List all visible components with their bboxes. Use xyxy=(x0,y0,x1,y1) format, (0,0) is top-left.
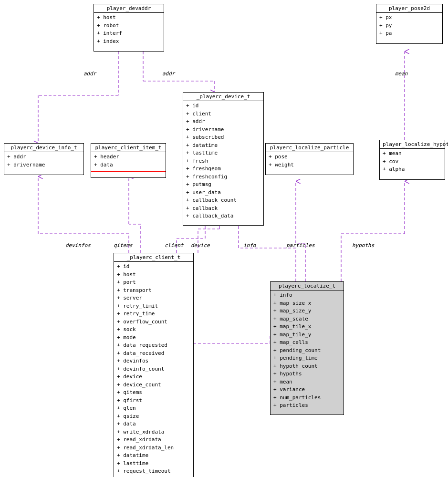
fields-playerc-device-info-t: + addr + drivername xyxy=(4,152,83,170)
fields-player-localize-hypoth: + mean + cov + alpha xyxy=(380,149,445,175)
label-info: info xyxy=(243,242,256,249)
label-client: client xyxy=(165,242,184,249)
label-qitems: qitems xyxy=(114,242,133,249)
title-playerc-device-info-t: playerc_device_info_t xyxy=(4,144,83,152)
label-addr-right: addr xyxy=(162,71,175,77)
fields-player-devaddr: + host + robot + interf + index xyxy=(94,13,164,46)
title-playerc-client-item-t: playerc_client_item_t xyxy=(91,144,166,152)
label-mean: mean xyxy=(395,71,408,77)
label-particles: particles xyxy=(286,242,315,249)
fields-playerc-device-t: + id + client + addr + drivername + subs… xyxy=(183,101,263,221)
fields-playerc-client-item-t: + header + data xyxy=(91,152,166,170)
title-player-devaddr: player_devaddr xyxy=(94,4,164,13)
label-addr-left: addr xyxy=(83,71,96,77)
fields-playerc-client-t: + id + host + port + transport + server … xyxy=(114,262,193,477)
fields-playerc-localize-t: + info + map_size_x + map_size_y + map_s… xyxy=(271,290,344,411)
title-player-localize-hypoth: player_localize_hypoth xyxy=(380,140,445,149)
box-playerc-device-info-t: playerc_device_info_t + addr + drivernam… xyxy=(4,143,84,175)
label-devinfos: devinfos xyxy=(65,242,91,249)
title-playerc-localize-t: playerc_localize_t xyxy=(271,282,344,290)
box-player-pose2d: player_pose2d + px + py + pa xyxy=(376,4,443,44)
box-playerc-client-item-t: playerc_client_item_t + header + data xyxy=(91,143,166,178)
box-playerc-client-t: _playerc_client_t + id + host + port + t… xyxy=(114,253,194,477)
fields-playerc-localize-particle: + pose + weight xyxy=(266,152,353,170)
title-player-pose2d: player_pose2d xyxy=(376,4,442,13)
title-playerc-client-t: _playerc_client_t xyxy=(114,253,193,262)
label-device: device xyxy=(191,242,210,249)
box-playerc-device-t: _playerc_device_t + id + client + addr +… xyxy=(183,92,264,226)
box-player-devaddr: player_devaddr + host + robot + interf +… xyxy=(94,4,164,52)
box-player-localize-hypoth: player_localize_hypoth + mean + cov + al… xyxy=(379,140,445,180)
label-hypoths: hypoths xyxy=(352,242,374,249)
box-playerc-localize-particle: playerc_localize_particle + pose + weigh… xyxy=(265,143,354,175)
fields-player-pose2d: + px + py + pa xyxy=(376,13,442,39)
title-playerc-localize-particle: playerc_localize_particle xyxy=(266,144,353,152)
box-playerc-localize-t: playerc_localize_t + info + map_size_x +… xyxy=(270,281,344,415)
title-playerc-device-t: _playerc_device_t xyxy=(183,93,263,101)
